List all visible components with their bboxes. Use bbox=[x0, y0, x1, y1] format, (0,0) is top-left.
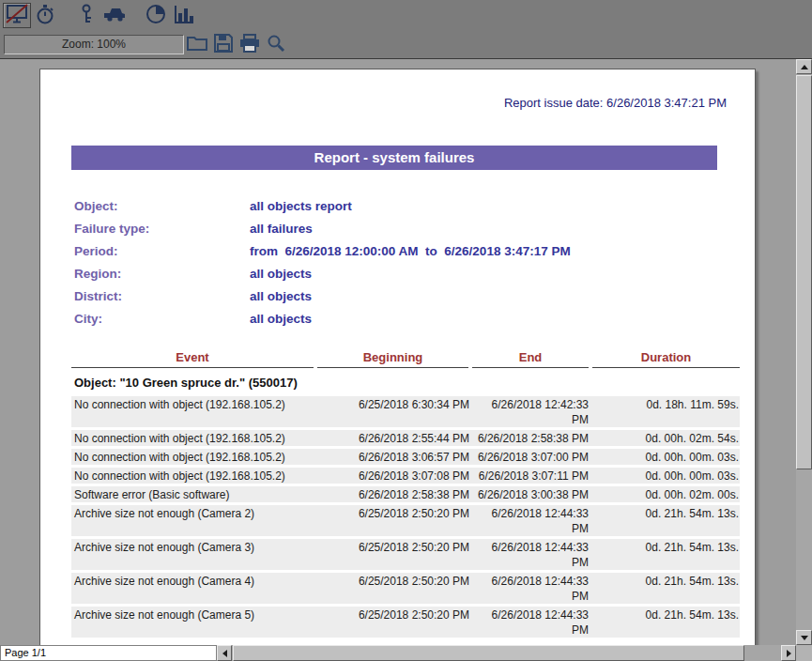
chart-report-button[interactable] bbox=[170, 3, 198, 28]
main-toolbar bbox=[0, 0, 812, 31]
table-cell: No connection with object (192.168.105.2… bbox=[71, 468, 317, 484]
table-cell: Archive size not enough (Camera 3) bbox=[71, 539, 317, 555]
magnifier-icon bbox=[267, 34, 285, 56]
field-label: Region: bbox=[74, 267, 250, 281]
stopwatch-icon bbox=[35, 4, 55, 28]
field-value: all failures bbox=[250, 222, 313, 236]
table-cell: Archive size not enough (Camera 4) bbox=[71, 573, 317, 589]
scroll-left-button[interactable] bbox=[217, 645, 232, 661]
table-row: No connection with object (192.168.105.2… bbox=[71, 396, 740, 427]
table-cell: No connection with object (192.168.105.2… bbox=[71, 449, 317, 465]
table-cell: 6/26/2018 2:58:38 PM bbox=[472, 430, 592, 446]
table-cell: 6/26/2018 2:58:38 PM bbox=[317, 486, 472, 502]
monitor-off-icon bbox=[6, 4, 28, 28]
pie-clock-icon bbox=[146, 4, 166, 28]
column-header-duration: Duration bbox=[592, 350, 740, 368]
table-cell: 6/26/2018 12:42:33 PM bbox=[472, 396, 592, 427]
report-field-row: District:all objects bbox=[74, 284, 755, 307]
table-cell: 6/25/2018 2:50:20 PM bbox=[317, 607, 472, 623]
open-report-button[interactable] bbox=[184, 33, 210, 56]
report-viewer-window: Zoom: 100% bbox=[0, 0, 812, 661]
table-header-row: EventBeginningEndDuration bbox=[71, 350, 740, 368]
scroll-right-button[interactable] bbox=[781, 645, 796, 661]
stopwatch-button[interactable] bbox=[31, 3, 59, 28]
status-bar: Page 1/1 bbox=[0, 645, 812, 661]
report-viewport: Report issue date: 6/26/2018 3:47:21 PM … bbox=[0, 58, 796, 645]
table-cell: 0d. 21h. 54m. 13s. bbox=[592, 573, 740, 589]
table-cell: 6/26/2018 3:00:38 PM bbox=[472, 486, 592, 502]
table-cell: 0d. 21h. 54m. 13s. bbox=[592, 505, 740, 521]
report-field-row: Period:from 6/26/2018 12:00:00 AM to 6/2… bbox=[74, 239, 755, 262]
table-row: No connection with object (192.168.105.2… bbox=[71, 449, 740, 465]
table-row: No connection with object (192.168.105.2… bbox=[71, 468, 740, 484]
table-cell: Archive size not enough (Camera 5) bbox=[71, 607, 317, 623]
vehicle-icon bbox=[102, 5, 127, 27]
table-cell: 6/25/2018 2:50:20 PM bbox=[317, 573, 472, 589]
horizontal-scrollbar-thumb[interactable] bbox=[233, 645, 744, 661]
vertical-scrollbar[interactable] bbox=[796, 58, 812, 645]
table-row: Archive size not enough (Camera 5)6/25/2… bbox=[71, 607, 740, 638]
column-header-event: Event bbox=[71, 350, 314, 368]
field-value: all objects bbox=[250, 267, 312, 281]
table-cell: 6/26/2018 3:06:57 PM bbox=[317, 449, 472, 465]
key-icon bbox=[79, 4, 94, 28]
floppy-icon bbox=[214, 34, 233, 56]
folder-icon bbox=[187, 35, 207, 55]
table-cell: 0d. 00h. 02m. 54s. bbox=[592, 430, 740, 446]
print-report-button[interactable] bbox=[237, 33, 263, 56]
report-table: EventBeginningEndDurationObject: "10 Gre… bbox=[71, 350, 740, 645]
table-cell: 0d. 21h. 54m. 13s. bbox=[592, 539, 740, 555]
report-field-row: Object:all objects report bbox=[74, 194, 755, 217]
table-row: Archive size not enough (Camera 3)6/25/2… bbox=[71, 539, 740, 570]
report-fields: Object:all objects reportFailure type:al… bbox=[40, 194, 755, 330]
vertical-scrollbar-thumb[interactable] bbox=[796, 75, 812, 469]
field-label: Period: bbox=[74, 244, 250, 258]
field-label: Failure type: bbox=[74, 222, 250, 236]
key-button[interactable] bbox=[72, 3, 100, 28]
column-header-beginning: Beginning bbox=[317, 350, 468, 368]
field-value: all objects report bbox=[250, 199, 352, 213]
table-row: Software error (Basic software)6/26/2018… bbox=[71, 486, 740, 502]
field-value: all objects bbox=[250, 289, 312, 303]
table-cell: No connection with object (192.168.105.2… bbox=[71, 430, 317, 446]
column-header-end: End bbox=[472, 350, 589, 368]
save-report-button[interactable] bbox=[210, 33, 237, 56]
table-cell: No connection with object (192.168.105.2… bbox=[71, 396, 317, 412]
report-field-row: City:all objects bbox=[74, 307, 755, 330]
table-cell: 6/26/2018 12:44:33 PM bbox=[472, 573, 592, 604]
field-label: District: bbox=[74, 289, 250, 303]
scroll-down-button[interactable] bbox=[796, 630, 812, 645]
table-cell: 6/26/2018 3:07:11 PM bbox=[472, 468, 592, 484]
table-row: Archive size not enough (Camera 2)6/25/2… bbox=[71, 505, 740, 536]
horizontal-scrollbar[interactable] bbox=[217, 645, 796, 661]
object-section-title: Object: "10 Green spruce dr." (550017) bbox=[74, 374, 740, 392]
arrow-up-icon bbox=[801, 65, 808, 69]
page-indicator: Page 1/1 bbox=[0, 645, 217, 661]
report-title-banner: Report - system failures bbox=[71, 146, 717, 170]
table-cell: 0d. 21h. 54m. 13s. bbox=[592, 607, 740, 623]
zoom-level-field[interactable]: Zoom: 100% bbox=[4, 35, 184, 54]
table-cell: 6/26/2018 2:55:44 PM bbox=[317, 430, 472, 446]
table-cell: 6/26/2018 3:07:08 PM bbox=[317, 468, 472, 484]
arrow-right-icon bbox=[787, 650, 791, 657]
table-cell: 6/26/2018 12:44:33 PM bbox=[472, 505, 592, 536]
arrow-down-icon bbox=[801, 636, 808, 640]
field-value: all objects bbox=[250, 312, 312, 326]
field-label: City: bbox=[74, 312, 250, 326]
report-field-row: Region:all objects bbox=[74, 262, 755, 284]
field-label: Object: bbox=[74, 199, 250, 213]
report-field-row: Failure type:all failures bbox=[74, 217, 755, 239]
monitor-off-button[interactable] bbox=[3, 3, 31, 28]
time-report-button[interactable] bbox=[142, 3, 170, 28]
table-row: Archive size not enough (Camera 4)6/25/2… bbox=[71, 573, 740, 604]
table-cell: 6/26/2018 3:07:00 PM bbox=[472, 449, 592, 465]
printer-icon bbox=[239, 34, 260, 56]
table-cell: 6/25/2018 2:50:20 PM bbox=[317, 539, 472, 555]
table-cell: 0d. 00h. 00m. 03s. bbox=[592, 468, 740, 484]
scroll-up-button[interactable] bbox=[796, 59, 812, 74]
table-cell: 0d. 00h. 00m. 03s. bbox=[592, 449, 740, 465]
vehicle-button[interactable] bbox=[100, 3, 129, 28]
table-cell: 0d. 18h. 11m. 59s. bbox=[592, 396, 740, 412]
search-report-button[interactable] bbox=[263, 33, 289, 56]
table-cell: Archive size not enough (Camera 2) bbox=[71, 505, 317, 521]
